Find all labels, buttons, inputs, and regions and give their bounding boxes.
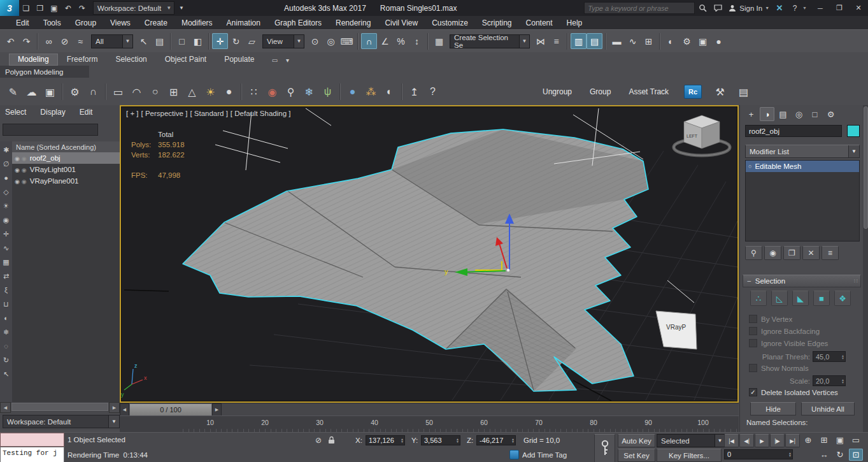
circle-primitive-icon[interactable]: ○ [146, 83, 164, 101]
y-coordinate-field[interactable]: 3,563▲▼ [421, 435, 460, 445]
display-materials-icon[interactable]: ◐ [1, 311, 11, 325]
rendered-frame-window-icon[interactable]: ▣ [695, 33, 711, 49]
checkbox-row[interactable]: Ignore Backfacing [749, 327, 828, 335]
menu-item[interactable]: Views [103, 16, 138, 29]
toggle-scene-explorer-icon[interactable]: ▥ [571, 33, 587, 49]
minimize-button[interactable]: ─ [811, 0, 830, 16]
menu-item[interactable]: Tools [36, 16, 68, 29]
menu-item[interactable]: Group [68, 16, 103, 29]
scroll-left-icon[interactable]: ◀ [0, 402, 11, 413]
go-to-end-icon[interactable]: ▶| [785, 434, 800, 447]
display-tab-icon[interactable]: □ [808, 107, 822, 121]
redo-icon[interactable]: ↷ [18, 33, 34, 49]
display-frozen-icon[interactable]: ❄ [1, 325, 11, 339]
edit-named-selection-sets-icon[interactable]: ▦ [431, 33, 447, 49]
isolate-selection-toggle-icon[interactable]: ⊘ [312, 435, 325, 446]
menu-item[interactable]: Civil View [378, 16, 425, 29]
redo-quick-icon[interactable]: ↷ [75, 1, 89, 15]
selection-rollout-header[interactable]: − Selection ∷ [743, 275, 861, 287]
grid-primitive-icon[interactable]: ⊞ [164, 83, 183, 101]
visibility-icon[interactable] [22, 177, 30, 185]
wrench-icon[interactable]: ⚒ [711, 83, 729, 101]
list-item[interactable]: VRayPlane001 [12, 175, 120, 187]
sign-in-button[interactable]: Sign In ▼ [728, 1, 769, 15]
motion-tab-icon[interactable]: ◎ [792, 107, 806, 121]
time-slider-handle[interactable]: 0 / 100 [129, 403, 212, 416]
show-normals-row[interactable]: Show Normals [749, 364, 809, 372]
list-item[interactable]: roof2_obj [12, 152, 120, 164]
maxscript-mini-listener[interactable] [0, 433, 64, 447]
plane-primitive-icon[interactable]: ▭ [109, 83, 127, 101]
command-panel-scrollbar[interactable] [863, 105, 868, 432]
vertex-icon[interactable]: ∴ [750, 291, 767, 306]
foliage-icon[interactable]: ψ [318, 83, 337, 101]
pan-view-icon[interactable]: ↔ [817, 449, 831, 461]
polygon-modeling-panel-label[interactable]: Polygon Modeling [0, 66, 89, 78]
viewport-label-segment[interactable]: [ Default Shading ] [231, 110, 291, 117]
dome-primitive-icon[interactable]: ◠ [127, 83, 146, 101]
auto-key-button[interactable]: Auto Key [618, 434, 655, 447]
color-dots-icon[interactable]: ⁂ [362, 83, 380, 101]
selection-lock-toggle-icon[interactable] [328, 436, 335, 446]
list-item[interactable]: VRayLight001 [12, 164, 120, 175]
snaps-toggle-icon[interactable]: ∩ [361, 33, 377, 49]
menu-item[interactable]: Modifiers [174, 16, 220, 29]
keyword-search-box[interactable] [584, 2, 695, 14]
add-time-tag[interactable]: Add Time Tag [522, 451, 567, 459]
select-and-link-icon[interactable]: ∞ [41, 33, 57, 49]
checkbox[interactable] [749, 315, 757, 323]
key-selection-dropdown[interactable]: Selected▼ [657, 434, 725, 447]
new-file-icon[interactable]: ❏ [19, 1, 33, 15]
undo-icon[interactable]: ↶ [3, 33, 18, 49]
face-icon[interactable]: ◣ [792, 291, 809, 306]
scale-field[interactable]: 20,0▲▼ [813, 375, 846, 386]
pin-icon[interactable]: ⚲ [281, 83, 300, 101]
display-all-icon[interactable]: ✱ [1, 143, 11, 157]
selection-filter-dropdown[interactable]: All ▼ [91, 34, 133, 48]
communication-icon[interactable] [710, 1, 725, 15]
display-none-icon[interactable]: ∅ [1, 157, 11, 171]
blue-sphere-icon[interactable]: ● [343, 83, 362, 101]
list-icon[interactable]: ▤ [734, 83, 753, 101]
hide-button[interactable]: Hide [750, 402, 796, 415]
open-file-icon[interactable]: ❒ [33, 1, 47, 15]
visibility-icon[interactable] [22, 166, 30, 173]
edge-icon[interactable]: ◺ [771, 291, 788, 306]
zoom-all-icon[interactable]: ⊞ [817, 434, 831, 446]
menu-item[interactable]: Help [560, 16, 590, 29]
bind-to-space-warp-icon[interactable]: ≈ [73, 33, 89, 49]
align-icon[interactable]: ≡ [548, 33, 564, 49]
scrollbar-thumb[interactable] [864, 106, 868, 229]
explorer-horizontal-scrollbar[interactable]: ◀ ▶ [0, 402, 120, 412]
next-frame-icon[interactable]: |▶ [770, 434, 785, 447]
material-editor-icon[interactable]: ◐ [663, 33, 679, 49]
menu-item[interactable]: Create [138, 16, 174, 29]
render-setup-icon[interactable]: ⚙ [679, 33, 695, 49]
gear-icon[interactable]: ⚙ [66, 83, 84, 101]
display-xrefs-icon[interactable]: ⇄ [1, 269, 11, 283]
menu-item[interactable]: Customize [425, 16, 475, 29]
viewcube[interactable]: LEFT [674, 115, 730, 155]
cone-primitive-icon[interactable]: △ [183, 83, 201, 101]
checkbox[interactable] [749, 388, 757, 396]
angle-snap-icon[interactable]: ∠ [377, 33, 393, 49]
select-object-icon[interactable]: ↖ [136, 33, 152, 49]
select-and-move-icon[interactable]: ✛ [212, 33, 228, 49]
select-and-rotate-icon[interactable]: ↻ [228, 33, 244, 49]
maximize-viewport-icon[interactable]: ⊡ [849, 449, 863, 461]
menu-item[interactable]: Animation [220, 16, 267, 29]
pin-stack-icon[interactable]: ⚲ [745, 246, 762, 260]
display-hidden-icon[interactable]: ◌ [1, 339, 11, 353]
rc-button[interactable]: Rc [684, 85, 702, 99]
make-unique-icon[interactable]: ❐ [783, 246, 800, 260]
z-coordinate-field[interactable]: -46,217▲▼ [476, 435, 516, 445]
mirror-icon[interactable]: ⋈ [532, 33, 548, 49]
display-helpers-icon[interactable]: ✛ [1, 227, 11, 241]
delete-isolated-row[interactable]: Delete Isolated Vertices [749, 388, 838, 396]
a360-x-icon[interactable]: ✕ [772, 1, 787, 15]
display-geometry-icon[interactable]: ● [1, 171, 11, 185]
checkbox[interactable] [749, 364, 757, 372]
display-cameras-icon[interactable]: ◉ [1, 213, 11, 227]
play-animation-icon[interactable]: ▶ [755, 434, 769, 447]
checkbox[interactable] [749, 339, 757, 347]
